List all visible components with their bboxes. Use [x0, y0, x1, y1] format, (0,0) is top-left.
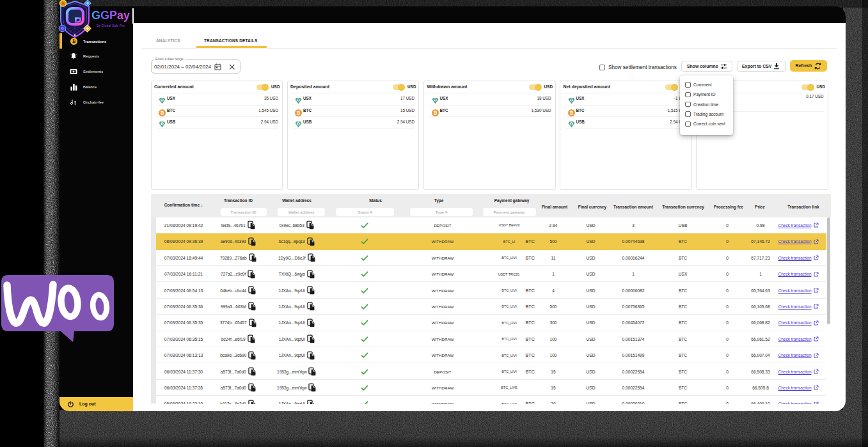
- svg-text:₿: ₿: [72, 39, 75, 43]
- svg-text:₿: ₿: [61, 1, 65, 6]
